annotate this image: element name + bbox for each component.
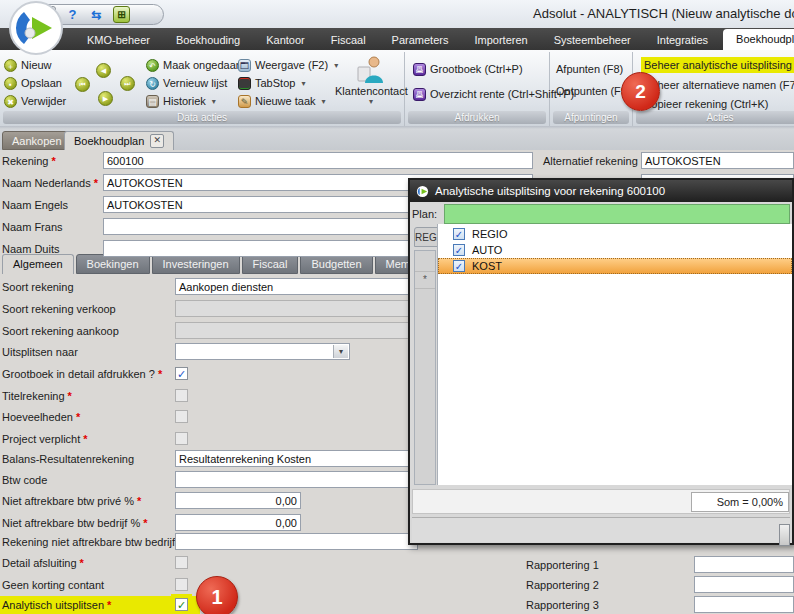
dialog-summary-bar: Som = 0,00%	[412, 489, 790, 514]
nieuwe-taak-button[interactable]: ✎ Nieuwe taak ▾	[238, 93, 326, 109]
person-icon	[335, 55, 405, 85]
opslaan-button[interactable]: ▪ Opslaan	[4, 75, 62, 91]
nav-first-button[interactable]: ⏮	[75, 77, 90, 92]
field-label: Niet aftrekbare btw privé %*	[2, 495, 141, 507]
ribbon-tab-boekhoudplan[interactable]: Boekhoudplan	[723, 29, 794, 50]
klantencontact-button[interactable]: Klantencontact ▾	[335, 54, 405, 110]
option-checkbox[interactable]: ✓	[453, 260, 465, 272]
maak-ongedaan-button[interactable]: ↶ Maak ongedaan	[146, 57, 242, 73]
required-marker: *	[143, 517, 147, 529]
beheer-alternatieve-namen-button[interactable]: Beheer alternatieve namen (F7)	[641, 77, 794, 93]
new-task-icon: ✎	[238, 95, 251, 108]
dialog-title: Analytische uitsplitsing voor rekening 6…	[435, 185, 665, 197]
plan-row: Plan:	[412, 204, 790, 224]
historiek-button[interactable]: ▤ Historiek ▾	[146, 93, 216, 109]
field-label: Rapportering 3	[526, 599, 599, 611]
vernieuw-lijst-button[interactable]: ↻ Vernieuw lijst	[146, 75, 227, 91]
dialog-title-bar[interactable]: Analytische uitsplitsing voor rekening 6…	[410, 180, 792, 202]
nieuw-button[interactable]: ＋ Nieuw	[4, 57, 52, 73]
ribbon-tab-parameters[interactable]: Parameters	[381, 30, 460, 50]
verwijder-button[interactable]: ✖ Verwijder	[4, 93, 66, 109]
som-total: Som = 0,00%	[691, 492, 789, 512]
ribbon-tab-systeembeheer[interactable]: Systeembeheer	[543, 30, 642, 50]
tab-boekhoudplan[interactable]: Boekhoudplan ✕	[64, 131, 174, 150]
option-label: REGIO	[472, 228, 507, 240]
input-Uitsplitsen naar[interactable]: ▾	[175, 343, 350, 360]
beheer-analytische-uitsplitsing-button[interactable]: Beheer analytische uitsplitsing (F6)	[641, 57, 794, 73]
history-icon: ▤	[146, 95, 159, 108]
ontpunten-button[interactable]: Ontpunten (F9)	[556, 83, 631, 99]
chevron-down-icon: ▾	[337, 97, 405, 106]
ribbon-tab-kmo-beheer[interactable]: KMO-beheer	[76, 30, 161, 50]
field-label: Project verplicht*	[2, 433, 88, 445]
title-bar: ▦ ? ⇆ ⊞ Adsolut - ANALYTISCH (Nieuw anal…	[0, 0, 794, 28]
ribbon-tab-kantoor[interactable]: Kantoor	[255, 30, 316, 50]
required-marker: *	[68, 390, 72, 402]
form-row: Rapportering 2	[0, 576, 794, 594]
required-marker: *	[137, 495, 141, 507]
input-Alternatief rekening[interactable]: AUTOKOSTEN	[641, 152, 794, 169]
help-icon[interactable]: ?	[65, 7, 80, 22]
field-label: Naam Engels	[2, 199, 68, 211]
input-Rekening niet aftrekbare btw bedrijf[interactable]	[175, 533, 418, 550]
app-window: ▦ ? ⇆ ⊞ Adsolut - ANALYTISCH (Nieuw anal…	[0, 0, 794, 614]
input-Soort rekening[interactable]: Aankopen diensten	[175, 278, 418, 295]
nav-previous-button[interactable]: ◀	[96, 63, 111, 78]
input-Balans-Resultatenrekening[interactable]: Resultatenrekening Kosten	[175, 450, 418, 467]
option-checkbox[interactable]: ✓	[453, 228, 465, 240]
nav-next-button[interactable]: ▶	[98, 91, 113, 106]
required-marker: *	[158, 368, 162, 380]
input-Rapportering 2[interactable]	[694, 576, 794, 593]
input-Niet aftrekbare btw privé %[interactable]: 0,00	[175, 492, 301, 509]
nav-last-button[interactable]: ⏭	[120, 76, 135, 91]
plan-option-kost[interactable]: ✓KOST	[438, 258, 792, 274]
close-icon[interactable]: ✕	[150, 134, 164, 148]
form-row: Alternatief rekeningAUTOKOSTEN	[0, 152, 794, 170]
checkbox-Project verplicht[interactable]	[175, 432, 188, 445]
dialog-button-partial[interactable]	[779, 524, 790, 546]
required-marker: *	[83, 433, 87, 445]
plan-option-regio[interactable]: ✓REGIO	[438, 226, 792, 242]
field-label: Rekening niet aftrekbare btw bedrijf	[2, 536, 175, 548]
export-icon[interactable]: ⊞	[113, 6, 130, 23]
field-label: Naam Frans	[2, 221, 63, 233]
plan-combobox[interactable]	[444, 204, 790, 224]
printer-icon: 🖶	[413, 88, 426, 101]
kopieer-rekening-button[interactable]: Kopieer rekening (Ctrl+K)	[641, 96, 771, 112]
option-checkbox[interactable]: ✓	[453, 244, 465, 256]
ribbon-tab-boekhouding[interactable]: Boekhouding	[165, 30, 251, 50]
ribbon-tab-integraties[interactable]: Integraties	[646, 30, 719, 50]
checkbox-Grootboek in detail afdrukken ?[interactable]: ✓	[175, 367, 188, 380]
sync-arrows-icon[interactable]: ⇆	[89, 7, 104, 22]
field-label: Btw code	[2, 474, 47, 486]
nieuw-icon: ＋	[4, 59, 17, 72]
traffic-light-icon	[238, 77, 251, 90]
input-Btw code[interactable]	[175, 471, 418, 488]
weergave-button[interactable]: 🗔 Weergave (F2) ▾	[238, 57, 338, 73]
dropdown-caret-icon[interactable]: ▾	[333, 345, 348, 358]
app-logo-icon[interactable]	[8, 0, 64, 56]
input-Soort rekening aankoop[interactable]	[175, 322, 418, 339]
tab-aankopen[interactable]: Aankopen	[2, 131, 72, 150]
field-label: Grootboek in detail afdrukken ?*	[2, 368, 162, 380]
input-Niet aftrekbare btw bedrijf %[interactable]: 0,00	[175, 514, 301, 531]
input-Rapportering 1[interactable]	[694, 556, 794, 573]
ribbon-tab-importeren[interactable]: Importeren	[463, 30, 538, 50]
plan-option-auto[interactable]: ✓AUTO	[438, 242, 792, 258]
analytische-uitsplitsing-dialog: Analytische uitsplitsing voor rekening 6…	[408, 178, 794, 545]
form-row: Rapportering 3	[0, 596, 794, 614]
tabstop-button[interactable]: TabStop ▾	[238, 75, 305, 91]
delete-icon: ✖	[4, 95, 17, 108]
field-label: Titelrekening*	[2, 390, 72, 402]
input-Rapportering 3[interactable]	[694, 596, 794, 613]
dialog-app-icon	[416, 185, 429, 198]
chevron-down-icon: ▾	[301, 79, 305, 88]
grootboek-button[interactable]: 🖶 Grootboek (Ctrl+P)	[413, 61, 523, 77]
ribbon-tab-fiscaal[interactable]: Fiscaal	[320, 30, 377, 50]
checkbox-Titelrekening[interactable]	[175, 389, 188, 402]
chevron-down-icon: ▾	[322, 97, 326, 106]
input-Soort rekening verkoop[interactable]	[175, 300, 418, 317]
afpunten-button[interactable]: Afpunten (F8)	[556, 61, 623, 77]
group-label-afpuntingen: Afpuntingen	[553, 111, 629, 124]
checkbox-Hoeveelheden[interactable]	[175, 410, 188, 423]
